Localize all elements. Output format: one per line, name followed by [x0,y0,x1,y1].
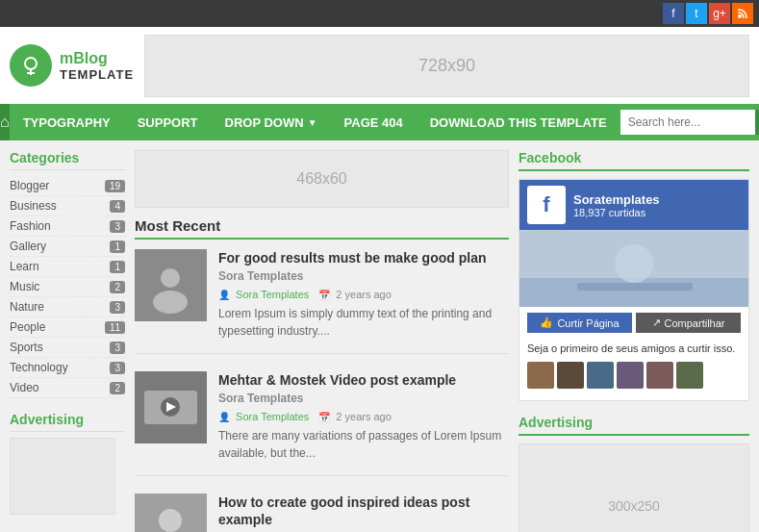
logo-area[interactable]: mBlog TEMPLATE [10,44,135,87]
nav-download-template[interactable]: DOWNLOAD THIS TEMPLATE [417,104,620,140]
nav-page404[interactable]: PAGE 404 [331,104,417,140]
sidebar-item-label: Sports [10,341,43,354]
article-2: Mehtar & Mostek Video post example Sora … [135,371,509,476]
sidebar-item-gallery[interactable]: Gallery 1 [10,237,125,257]
sidebar-item-count: 11 [105,321,125,334]
content-area: 468x60 Most Recent For good results must… [135,150,509,532]
article-author-2[interactable]: 👤 Sora Templates [218,411,309,422]
person-icon: 👤 [218,412,230,422]
fb-avatar-2 [557,362,584,389]
logo-text: mBlog TEMPLATE [60,49,134,83]
banner-728: 728x90 [144,35,749,97]
sidebar-item-fashion[interactable]: Fashion 3 [10,216,125,237]
twitter-icon[interactable]: t [686,3,707,24]
sidebar-item-label: Gallery [10,240,46,253]
nav-dropdown[interactable]: DROP DOWN ▼ [212,104,331,140]
sidebar-item-learn[interactable]: Learn 1 [10,257,125,277]
search-input[interactable] [620,110,755,135]
dropdown-arrow-icon: ▼ [308,117,317,128]
sidebar-item-count: 3 [110,342,125,354]
sidebar-item-technology[interactable]: Technology 3 [10,358,125,378]
sidebar-item-music[interactable]: Music 2 [10,277,125,297]
article-thumb-3 [135,494,207,532]
fb-cover-photo [519,230,748,307]
nav-home-button[interactable]: ⌂ [0,104,10,140]
sidebar-item-sports[interactable]: Sports 3 [10,338,125,358]
sidebar-advertising: Advertising [10,412,125,515]
nav-typography[interactable]: TYPOGRAPHY [10,104,124,140]
svg-point-6 [161,268,180,288]
article-title-1[interactable]: For good results must be make good plan … [218,249,509,285]
sidebar-item-count: 4 [110,200,125,213]
article-date-2: 📅 2 years ago [318,411,392,422]
fb-avatars [519,358,748,393]
sidebar-item-label: Video [10,381,38,394]
sidebar-item-count: 2 [110,382,125,394]
fb-avatar-4 [617,362,644,389]
article-body-2: Mehtar & Mostek Video post example Sora … [218,371,509,462]
header: mBlog TEMPLATE 728x90 [0,27,759,104]
categories-title: Categories [10,150,125,170]
fb-avatar-3 [587,362,614,389]
sidebar-item-people[interactable]: People 11 [10,317,125,338]
article-thumb-1 [135,249,207,321]
sidebar-item-count: 19 [105,180,125,192]
article-body-3: How to create good inspired ideas post e… [218,494,509,532]
article-date-1: 📅 2 years ago [318,289,392,300]
article-body-1: For good results must be make good plan … [218,249,509,340]
sidebar-item-label: Music [10,280,39,293]
fb-likes-count: 18,937 curtidas [573,207,660,218]
article-meta-1: 👤 Sora Templates 📅 2 years ago [218,289,509,300]
sidebar-item-blogger[interactable]: Blogger 19 [10,176,125,196]
svg-point-13 [159,509,182,532]
fb-info: Soratemplates 18,937 curtidas [573,192,660,218]
navbar: ⌂ TYPOGRAPHY SUPPORT DROP DOWN ▼ PAGE 40… [0,104,759,140]
article-thumb-2 [135,371,207,443]
sidebar-item-count: 3 [110,301,125,314]
sidebar-item-count: 3 [110,220,125,233]
search-button[interactable]: 🔍 [755,110,759,135]
sidebar-item-label: Blogger [10,179,49,192]
sidebar-item-label: Fashion [10,219,51,233]
rss-icon[interactable] [732,3,753,24]
sidebar-item-label: Technology [10,361,68,374]
nav-search-area: 🔍 [620,110,759,135]
sidebar-ad-box [10,438,115,515]
svg-point-7 [153,291,188,314]
right-sidebar: Facebook f Soratemplates 18,937 curtidas [519,150,749,532]
article-meta-2: 👤 Sora Templates 📅 2 years ago [218,411,509,422]
svg-point-20 [615,244,653,283]
sidebar-item-video[interactable]: Video 2 [10,378,125,398]
sidebar-item-count: 1 [110,241,125,253]
facebook-widget: f Soratemplates 18,937 curtidas [519,179,749,401]
logo-icon [10,44,52,87]
person-icon: 👤 [218,290,230,300]
article-title-3[interactable]: How to create good inspired ideas post e… [218,494,509,532]
article-title-2[interactable]: Mehtar & Mostek Video post example Sora … [218,371,509,407]
logo-template: TEMPLATE [60,67,134,83]
ad-300x250: 300x250 [519,443,749,532]
fb-like-button[interactable]: 👍 Curtir Página [527,313,632,333]
sidebar-item-count: 2 [110,281,125,293]
sidebar-item-nature[interactable]: Nature 3 [10,297,125,317]
sidebar-item-label: Nature [10,300,44,314]
article-excerpt-2: There are many variations of passages of… [218,427,509,462]
fb-share-button[interactable]: ↗ Compartilhar [636,313,741,333]
share-icon: ↗ [652,317,661,329]
sidebar: Categories Blogger 19 Business 4 Fashion… [10,150,125,532]
sidebar-item-business[interactable]: Business 4 [10,196,125,216]
googleplus-icon[interactable]: g+ [709,3,730,24]
svg-point-0 [738,14,742,18]
facebook-icon[interactable]: f [663,3,684,24]
nav-support[interactable]: SUPPORT [124,104,212,140]
sidebar-item-count: 1 [110,261,125,273]
sidebar-item-label: People [10,320,45,334]
article-excerpt-1: Lorem Ipsum is simply dummy text of the … [218,305,509,340]
logo-mblog: mBlog [60,49,134,67]
article-1: For good results must be make good plan … [135,249,509,354]
fb-header: f Soratemplates 18,937 curtidas [519,180,748,230]
svg-rect-21 [577,283,693,291]
fb-logo-icon: f [543,192,549,217]
sidebar-item-label: Learn [10,260,39,273]
article-author-1[interactable]: 👤 Sora Templates [218,289,309,300]
